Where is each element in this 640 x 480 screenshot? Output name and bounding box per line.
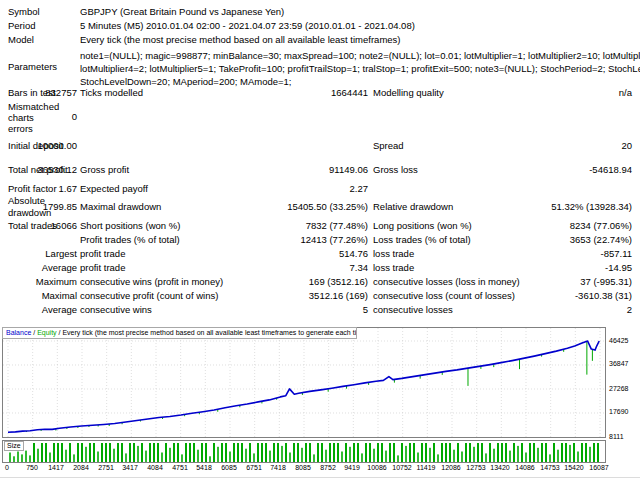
profit-factor-value: 1.67 [59, 183, 78, 195]
average-consec-keyword: Average [42, 304, 77, 316]
report-row-mismatched: Mismatched charts errors 0 [0, 100, 640, 134]
model-value: Every tick (the most precise method base… [80, 34, 401, 46]
maximal-drawdown-label: Maximal drawdown [80, 201, 161, 213]
relative-drawdown-value: 51.32% (13928.34) [551, 201, 632, 213]
size-bar [517, 446, 519, 462]
size-bar [101, 443, 103, 462]
max-consec-wins-label: consecutive wins (profit in money) [80, 276, 223, 288]
largest-loss-trade-label: loss trade [373, 248, 414, 260]
size-bar [29, 455, 31, 462]
size-bar [313, 454, 315, 462]
report-row-parameters: Parameters note1=(NULL); magic=998877; m… [0, 47, 640, 86]
size-bar [541, 443, 543, 462]
largest-profit-trade-value: 514.76 [339, 248, 368, 260]
size-bar [401, 443, 403, 462]
size-bar [329, 443, 331, 462]
size-bar [353, 443, 355, 462]
maximal-consec-profit-value: 3512.16 (169) [309, 290, 368, 302]
size-bar [201, 443, 203, 462]
size-bar [301, 448, 303, 462]
balance-line [8, 341, 599, 432]
short-positions-label: Short positions (won %) [80, 220, 180, 232]
size-bar [365, 443, 367, 462]
size-bar [145, 451, 147, 462]
maximal-consec-loss-label: consecutive loss (count of losses) [373, 290, 515, 302]
size-bar [345, 443, 347, 462]
size-bar [285, 443, 287, 462]
avg-consec-wins-value: 5 [363, 304, 368, 316]
gross-profit-value: 91149.06 [329, 164, 368, 176]
size-bar [441, 443, 443, 462]
size-bar [177, 443, 179, 462]
size-chart [2, 440, 606, 463]
size-bar [341, 452, 343, 463]
size-bar [457, 443, 459, 462]
parameters-line: lotMultiplier4=2; lotMultiplier5=1; Take… [80, 62, 636, 75]
legend-balance-label: Balance [6, 329, 31, 336]
size-bar [305, 443, 307, 462]
initial-deposit-value: 10000.00 [37, 140, 77, 152]
report-row-period: Period 5 Minutes (M5) 2010.01.04 02:00 -… [0, 19, 640, 33]
page-separator [0, 477, 640, 478]
size-bar [273, 443, 275, 462]
size-bar [153, 443, 155, 462]
size-bar [189, 443, 191, 462]
size-bar [577, 452, 579, 463]
size-bar [549, 454, 551, 462]
size-bar [253, 453, 255, 462]
size-bar [429, 448, 431, 462]
size-bar [513, 443, 515, 462]
size-bar [397, 455, 399, 462]
size-bar [185, 443, 187, 462]
size-bar [349, 447, 351, 462]
size-bar [473, 447, 475, 462]
modelling-quality-value: n/a [619, 87, 632, 99]
legend-equity-label: Equity [37, 329, 56, 336]
balance-chart-canvas [3, 328, 605, 437]
total-net-profit-value: 36530.12 [37, 164, 77, 176]
size-bar [57, 443, 59, 462]
profit-trades-label: Profit trades (% of total) [80, 234, 180, 246]
size-bar [373, 449, 375, 462]
absolute-drawdown-value: 1799.85 [43, 201, 77, 213]
size-bar [165, 443, 167, 462]
loss-trades-value: 3653 (22.74%) [570, 234, 632, 246]
report-row-average-consecutive: Average consecutive wins 5 consecutive l… [0, 303, 640, 317]
size-bar [493, 449, 495, 462]
size-bar [417, 453, 419, 463]
size-bar [561, 443, 563, 462]
maximal-drawdown-value: 15405.50 (33.25%) [287, 201, 368, 213]
size-bar [137, 446, 139, 462]
largest-profit-trade-label: profit trade [80, 248, 125, 260]
size-bar [53, 443, 55, 462]
size-bar [505, 443, 507, 462]
size-bar [281, 446, 283, 462]
size-bar [453, 450, 455, 462]
size-bar [41, 443, 43, 462]
size-bar [573, 443, 575, 462]
report-row-largest: Largest profit trade 514.76 loss trade -… [0, 247, 640, 261]
size-bar [557, 450, 559, 462]
size-bar [245, 449, 247, 462]
size-bar [241, 443, 243, 462]
size-bar [117, 443, 119, 462]
balance-chart [2, 327, 606, 438]
average-loss-trade-label: loss trade [373, 262, 414, 274]
size-bar [597, 443, 599, 462]
size-bar [581, 443, 583, 462]
size-bar [265, 443, 267, 462]
size-chart-canvas [3, 441, 605, 462]
report-row-profit-trades: Profit trades (% of total) 12413 (77.26%… [0, 233, 640, 247]
size-bar [81, 443, 83, 462]
size-bar [293, 443, 295, 462]
size-bar [61, 443, 63, 462]
size-bar [585, 443, 587, 462]
size-bar [65, 450, 67, 462]
size-bar [477, 443, 479, 462]
size-bar [589, 447, 591, 462]
size-bar [49, 453, 51, 463]
parameters-line: note1=(NULL); magic=998877; minBalance=3… [80, 49, 636, 62]
period-label: Period [8, 20, 68, 32]
parameters-label: Parameters [8, 61, 68, 73]
period-value: 5 Minutes (M5) 2010.01.04 02:00 - 2021.0… [80, 20, 415, 32]
